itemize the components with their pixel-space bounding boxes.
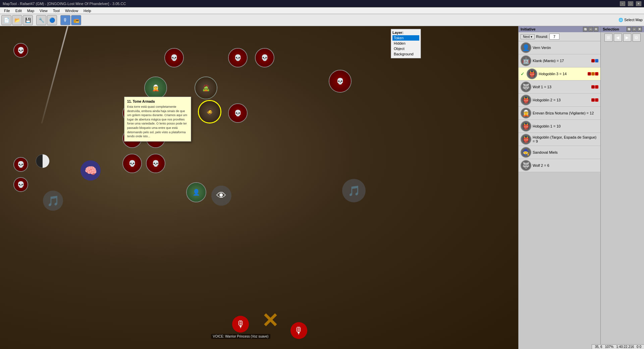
initiative-panel: Initiative ⧉ − ✕ Next ▾ Round: 👤 Vern Ve… — [518, 26, 600, 349]
token-player-1[interactable]: 🧝 — [144, 77, 167, 99]
layer-panel: Layer: Token Hidden Object Background — [391, 29, 421, 58]
menu-file[interactable]: File — [1, 9, 13, 13]
init-avatar-9: 🐺 — [521, 160, 531, 171]
init-entry-9[interactable]: 🐺 Wolf 2 = 6 — [519, 159, 600, 172]
round-label: Round: — [536, 35, 548, 39]
init-avatar-5: 🧝 — [521, 108, 531, 118]
pie-token — [35, 154, 50, 168]
eye-icon-overlay[interactable]: 👁 — [211, 186, 231, 206]
token-skull-10[interactable]: 💀 — [146, 154, 165, 173]
status-hob2b: ! — [595, 98, 598, 102]
toolbar-save[interactable]: 💾 — [23, 15, 33, 25]
sel-minimize[interactable]: − — [632, 27, 637, 32]
sel-grid[interactable]: ⊞ — [604, 34, 612, 42]
init-avatar-6: 👹 — [521, 121, 531, 132]
initiative-title: Initiative — [521, 27, 536, 31]
toolbar-new[interactable]: 📄 — [1, 15, 11, 25]
init-close[interactable]: ✕ — [594, 27, 598, 32]
sel-expand[interactable]: ⧉ — [633, 34, 641, 42]
initiative-header: Initiative ⧉ − ✕ — [519, 26, 600, 32]
menu-edit[interactable]: Edit — [13, 9, 24, 13]
toolbar-tool2[interactable]: 🔵 — [47, 15, 57, 25]
init-avatar-8: 🧙 — [521, 147, 531, 158]
music-icon-overlay[interactable]: 🎵 — [43, 191, 63, 211]
toolbar-tool1[interactable]: 🔧 — [36, 15, 46, 25]
init-restore[interactable]: ⧉ — [583, 27, 588, 32]
init-name-5: Erevan Briza Noturna (Vigilante) = 12 — [533, 111, 598, 115]
token-skull-9[interactable]: 💀 — [122, 154, 142, 173]
toolbar-open[interactable]: 📂 — [12, 15, 22, 25]
sel-restore[interactable]: ⧉ — [627, 27, 631, 32]
initiative-next-btn[interactable]: Next ▾ — [521, 34, 535, 39]
init-name-6: Hobgoblin 1 = 10 — [533, 124, 598, 128]
status-orange: ! — [591, 72, 595, 76]
init-name-0: Vern Verón — [533, 46, 598, 50]
token-small-2[interactable]: 💀 — [13, 157, 28, 172]
close-button[interactable]: ✕ — [636, 1, 641, 6]
init-minimize[interactable]: − — [588, 27, 593, 32]
token-active[interactable]: 🧔 — [198, 100, 221, 123]
music-right-icon[interactable]: 🎵 — [342, 179, 366, 202]
init-entry-8[interactable]: 🧙 Sandoval Miels — [519, 146, 600, 159]
token-small-3[interactable]: 💀 — [13, 177, 28, 192]
init-entry-6[interactable]: 👹 Hobgoblin 1 = 10 — [519, 120, 600, 133]
status-extra: 0 0 — [637, 345, 641, 349]
mic-active-icon[interactable]: 🎙 — [232, 316, 249, 333]
init-entry-5[interactable]: 🧝 Erevan Briza Noturna (Vigilante) = 12 — [519, 107, 600, 120]
init-status-1: ZZ ↓ — [591, 59, 598, 62]
token-player-2[interactable]: 🧟 — [195, 77, 217, 99]
init-entry-3[interactable]: 🐺 Wolf 1 = 13 ZZ ! — [519, 81, 600, 94]
menu-view[interactable]: View — [37, 9, 50, 13]
menu-window[interactable]: Window — [62, 9, 81, 13]
round-input[interactable] — [549, 34, 559, 40]
init-entry-2[interactable]: ✓ 👹 Hobgoblin 3 = 14 ZZ ! × — [519, 67, 600, 81]
voice-indicator: 🎙 VOICE: Warrior Princess (Voz suave) 🎙 — [211, 316, 308, 339]
token-skull-2[interactable]: 💀 — [228, 48, 248, 67]
init-avatar-2: 👹 — [527, 68, 537, 79]
init-name-3: Wolf 1 = 13 — [533, 85, 590, 89]
token-skull-6[interactable]: 💀 — [228, 103, 248, 123]
token-skull-3[interactable]: 💀 — [255, 48, 274, 67]
sel-prev[interactable]: ◀ — [614, 34, 622, 42]
status-box-red: ZZ — [591, 59, 595, 62]
init-entry-7[interactable]: 👹 Hobgoblin (Targor, Espada de Sangue) =… — [519, 133, 600, 146]
status-zoom: 107% — [605, 345, 614, 349]
token-skull-1[interactable]: 💀 — [164, 48, 184, 67]
voice-mic-1[interactable]: 🎙 VOICE: Warrior Princess (Voz suave) — [211, 316, 271, 339]
layer-background[interactable]: Background — [392, 51, 419, 57]
init-name-8: Sandoval Miels — [533, 150, 598, 154]
status-wolf1: ZZ — [591, 85, 595, 89]
status-coords: 35, 6 — [595, 345, 602, 349]
minimize-button[interactable]: − — [620, 1, 625, 6]
mic-secondary-icon[interactable]: 🎙 — [290, 322, 307, 339]
layer-hidden[interactable]: Hidden — [392, 41, 419, 46]
token-skull-right[interactable]: 💀 — [329, 70, 352, 93]
menu-tool[interactable]: Tool — [50, 9, 62, 13]
toolbar-voice2[interactable]: 📻 — [71, 15, 81, 25]
map-area[interactable]: 💀 💀 💀 🧝 🧟 💀 💀 🧔 💀 💀 — [0, 26, 518, 349]
init-entry-4[interactable]: 👹 Hobgoblin 2 = 13 ZZ ! — [519, 94, 600, 107]
current-checkmark: ✓ — [521, 71, 525, 77]
sel-next[interactable]: ▶ — [623, 34, 631, 42]
init-entry-1[interactable]: 🤖 Klank (Manto) = 17 ZZ ↓ — [519, 54, 600, 67]
init-entry-0[interactable]: 👤 Vern Verón — [519, 41, 600, 54]
menu-map[interactable]: Map — [24, 9, 37, 13]
init-name-1: Klank (Manto) = 17 — [533, 59, 590, 63]
menu-help[interactable]: Help — [81, 9, 94, 13]
token-player-bottom[interactable]: 👤 — [186, 182, 206, 202]
maximize-button[interactable]: □ — [628, 1, 633, 6]
layer-object[interactable]: Object — [392, 46, 419, 51]
toolbar-voice1[interactable]: 🎙 — [60, 15, 70, 25]
selection-panel: Selection ⧉ − ✕ ⊞ ◀ ▶ ⧉ — [600, 26, 644, 349]
sel-close[interactable]: ✕ — [637, 27, 642, 32]
init-status-4: ZZ ! — [591, 98, 598, 102]
menubar: File Edit Map View Tool Window Help — [0, 7, 644, 14]
token-small-1[interactable]: 💀 — [13, 43, 28, 58]
initiative-nav: Next ▾ Round: — [519, 32, 600, 41]
voice-mic-2[interactable]: 🎙 — [290, 322, 307, 339]
layer-token[interactable]: Token — [392, 35, 419, 41]
statusbar: 35, 6 107% 1:40:22.216 0 0 — [592, 344, 644, 349]
brain-icon-overlay[interactable]: 🧠 — [80, 160, 101, 181]
voice-label: VOICE: Warrior Princess (Voz suave) — [211, 334, 271, 339]
init-avatar-0: 👤 — [521, 42, 531, 53]
